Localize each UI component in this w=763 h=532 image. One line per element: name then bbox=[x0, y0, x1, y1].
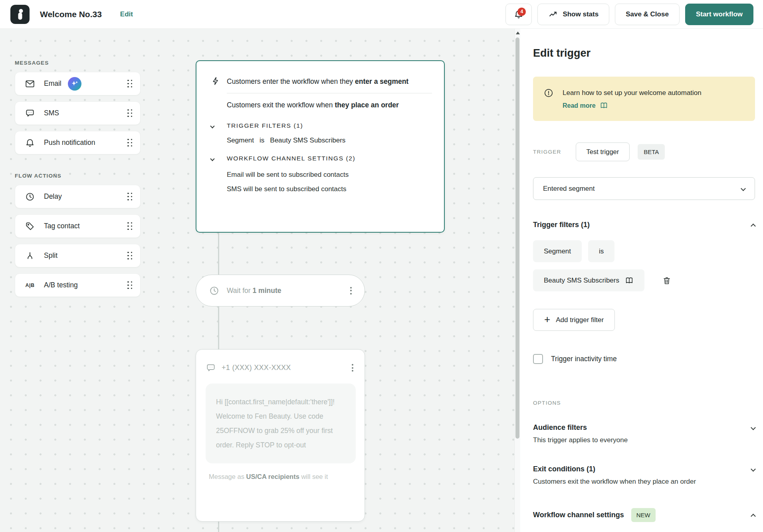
chevron-down-icon bbox=[210, 124, 214, 128]
scrollbar-thumb[interactable] bbox=[515, 38, 519, 439]
trigger-inactivity-checkbox[interactable] bbox=[533, 354, 543, 364]
drag-handle[interactable] bbox=[127, 193, 132, 201]
palette-item-sms[interactable]: SMS bbox=[15, 101, 141, 125]
trigger-filters-toggle[interactable]: TRIGGER FILTERS (1) bbox=[211, 122, 432, 129]
trigger-divider bbox=[227, 93, 432, 93]
workflow-canvas[interactable]: MESSAGES Email SMS bbox=[0, 29, 514, 532]
filter-field-chip[interactable]: Segment bbox=[533, 240, 582, 262]
banner-text: Learn how to set up your welcome automat… bbox=[563, 88, 702, 98]
options-section-label: OPTIONS bbox=[533, 400, 755, 406]
lightning-icon bbox=[211, 75, 227, 88]
trigger-enter-text: Customers enter the workflow when they e… bbox=[227, 75, 408, 88]
canvas-scrollbar[interactable] bbox=[514, 29, 520, 532]
panel-title: Edit trigger bbox=[533, 47, 755, 59]
exit-conditions-subtitle: Customers exit the workflow when they pl… bbox=[533, 478, 755, 486]
delete-filter-button[interactable] bbox=[662, 276, 672, 285]
ab-testing-icon: A|B bbox=[25, 283, 35, 288]
chevron-down-icon bbox=[741, 186, 746, 191]
edit-trigger-panel: Edit trigger Learn how to set up your we… bbox=[520, 29, 763, 532]
email-icon bbox=[25, 79, 35, 89]
drag-handle[interactable] bbox=[127, 139, 132, 147]
top-bar: Welcome No.33 Edit 4 Show stats Save & C… bbox=[0, 0, 763, 29]
workflow-channel-settings-section: Workflow channel settings NEW bbox=[533, 508, 755, 522]
stats-icon bbox=[548, 10, 558, 19]
read-more-link[interactable]: Read more bbox=[563, 101, 702, 110]
filter-operator-chip[interactable]: is bbox=[588, 240, 614, 262]
palette-item-split[interactable]: Split bbox=[15, 244, 141, 267]
drag-handle[interactable] bbox=[127, 109, 132, 117]
add-trigger-filter-button[interactable]: + Add trigger filter bbox=[533, 309, 615, 331]
beta-badge: BETA bbox=[638, 144, 665, 160]
palette-item-email[interactable]: Email bbox=[15, 72, 141, 95]
trigger-node-card[interactable]: Customers enter the workflow when they e… bbox=[196, 60, 445, 233]
test-trigger-button[interactable]: Test trigger bbox=[576, 142, 630, 161]
push-notification-icon bbox=[25, 138, 35, 148]
sms-node-card[interactable]: +1 (XXX) XXX-XXXX Hi [[contact.first_nam… bbox=[196, 349, 365, 522]
flow-actions-section-label: FLOW ACTIONS bbox=[15, 173, 141, 179]
trash-icon bbox=[662, 276, 672, 285]
sms-message-preview: Hi [[contact.first_name|default:'there']… bbox=[206, 384, 356, 463]
chevron-up-icon bbox=[751, 223, 756, 229]
tag-icon bbox=[25, 221, 35, 231]
sms-bubble-icon bbox=[206, 363, 216, 373]
sms-recipient: +1 (XXX) XXX-XXXX bbox=[222, 364, 291, 372]
notification-count-badge: 4 bbox=[517, 8, 526, 16]
save-close-button[interactable]: Save & Close bbox=[615, 4, 680, 25]
show-stats-button[interactable]: Show stats bbox=[537, 4, 609, 25]
node-palette: MESSAGES Email SMS bbox=[15, 60, 141, 297]
ai-sparkle-badge bbox=[68, 77, 81, 91]
trigger-type-select[interactable]: Entered segment bbox=[533, 177, 755, 200]
drag-handle[interactable] bbox=[127, 80, 132, 88]
palette-item-tag-contact[interactable]: Tag contact bbox=[15, 214, 141, 238]
chevron-down-icon bbox=[751, 425, 756, 430]
sms-icon bbox=[25, 108, 35, 119]
book-icon bbox=[625, 276, 634, 285]
channel-email-line: Email will be sent to subscribed contact… bbox=[227, 168, 432, 182]
trigger-exit-text: Customers exit the workflow when they pl… bbox=[227, 98, 432, 112]
new-badge: NEW bbox=[631, 508, 656, 522]
show-stats-label: Show stats bbox=[563, 10, 599, 18]
logo-glyph bbox=[13, 8, 27, 21]
chevron-down-icon bbox=[210, 156, 214, 161]
delay-clock-icon bbox=[25, 192, 35, 202]
palette-item-ab-testing[interactable]: A|B A/B testing bbox=[15, 273, 141, 297]
drag-handle[interactable] bbox=[127, 222, 132, 230]
drag-handle[interactable] bbox=[127, 281, 132, 289]
trigger-filters-section-header[interactable]: Trigger filters (1) bbox=[533, 221, 755, 229]
channel-settings-toggle[interactable]: WORKFLOW CHANNEL SETTINGS (2) bbox=[211, 155, 432, 162]
more-options-icon[interactable] bbox=[349, 362, 356, 374]
trigger-filter-summary: SegmentisBeauty SMS Subscribers bbox=[227, 136, 432, 144]
audience-filters-subtitle: This trigger applies to everyone bbox=[533, 436, 755, 444]
book-icon bbox=[600, 101, 608, 110]
notifications-button[interactable]: 4 bbox=[505, 4, 532, 25]
messages-section-label: MESSAGES bbox=[15, 60, 141, 66]
split-icon bbox=[25, 251, 35, 261]
sms-preview-note: Message as US/CA recipients will see it bbox=[209, 473, 356, 481]
info-banner: Learn how to set up your welcome automat… bbox=[533, 77, 755, 121]
start-workflow-button[interactable]: Start workflow bbox=[685, 4, 753, 25]
palette-item-push-notification[interactable]: Push notification bbox=[15, 131, 141, 154]
exit-conditions-section: Exit conditions (1) Customers exit the w… bbox=[533, 465, 755, 486]
audience-filters-header[interactable]: Audience filters bbox=[533, 423, 755, 432]
trigger-label: TRIGGER bbox=[533, 149, 561, 155]
palette-item-delay[interactable]: Delay bbox=[15, 185, 141, 208]
audience-filters-section: Audience filters This trigger applies to… bbox=[533, 423, 755, 444]
plus-icon: + bbox=[544, 314, 550, 324]
drag-handle[interactable] bbox=[127, 252, 132, 260]
chevron-up-icon bbox=[751, 514, 756, 519]
more-options-icon[interactable] bbox=[348, 285, 354, 297]
omnisend-logo bbox=[10, 5, 30, 24]
delay-node-card[interactable]: Wait for 1 minute bbox=[196, 275, 365, 307]
exit-conditions-header[interactable]: Exit conditions (1) bbox=[533, 465, 755, 473]
info-icon bbox=[543, 88, 554, 98]
scroll-up-arrow[interactable] bbox=[516, 32, 520, 34]
trigger-inactivity-label: Trigger inactivity time bbox=[551, 355, 617, 363]
filter-value-chip[interactable]: Beauty SMS Subscribers bbox=[533, 269, 644, 291]
chevron-down-icon bbox=[751, 467, 756, 472]
workflow-title: Welcome No.33 bbox=[40, 10, 102, 19]
wait-label: Wait for 1 minute bbox=[227, 287, 281, 295]
workflow-channel-settings-header[interactable]: Workflow channel settings NEW bbox=[533, 508, 755, 522]
edit-title-link[interactable]: Edit bbox=[120, 10, 133, 18]
channel-sms-line: SMS will be sent to subscribed contacts bbox=[227, 182, 432, 196]
clock-icon bbox=[209, 285, 220, 296]
